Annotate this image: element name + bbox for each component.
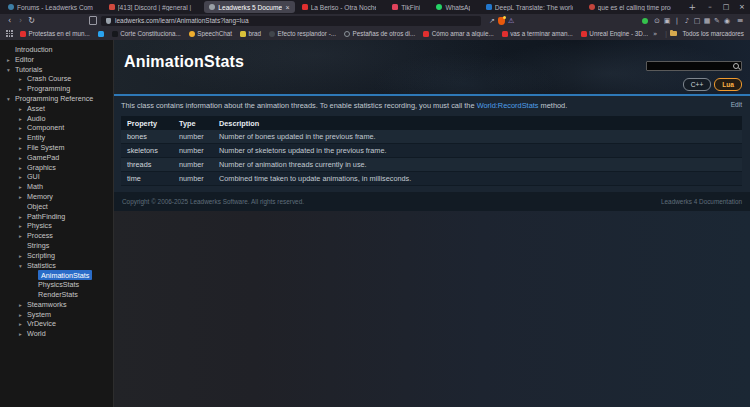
toolbar-extension-icon[interactable]: ◉ <box>722 17 732 25</box>
property-cell: time <box>121 172 173 186</box>
lua-toggle-button[interactable]: Lua <box>714 78 742 91</box>
browser-tab[interactable]: Forums - Leadwerks Communi <box>3 1 102 13</box>
bookmark-page-icon[interactable] <box>89 16 97 25</box>
url-text: leadwerks.com/learn/AnimationStats?lang=… <box>115 17 249 24</box>
browser-tab[interactable]: WhatsApp <box>431 1 478 13</box>
browser-tab[interactable]: [413] Discord | #general | Lead <box>104 1 203 13</box>
sidebar-item[interactable]: ▸Crash Course <box>0 74 113 84</box>
tree-arrow-icon[interactable]: ▾ <box>19 262 27 272</box>
bookmark-item[interactable]: Unreal Engine - 3D... <box>581 30 648 37</box>
edit-link[interactable]: Edit <box>731 101 742 108</box>
tab-favicon-icon <box>392 4 398 10</box>
browser-tab[interactable]: DeepL Translate: The world's m <box>481 1 582 13</box>
recordstats-link[interactable]: World:RecordStats <box>477 101 539 110</box>
sidebar-item[interactable]: ▸Process <box>0 231 113 241</box>
tab-favicon-icon <box>109 4 115 10</box>
tree-arrow-icon[interactable]: ▸ <box>19 330 27 340</box>
sidebar-item[interactable]: ▸Entity <box>0 133 113 143</box>
browser-tab[interactable]: TikFinity <box>387 1 429 13</box>
window-controls: – □ × <box>702 0 750 14</box>
tab-close-icon[interactable]: × <box>286 4 290 11</box>
sidebar-item[interactable]: PhysicsStats <box>0 280 113 290</box>
toolbar-extension-icon[interactable]: ✎ <box>712 17 722 25</box>
sidebar-item-label: Process <box>27 231 53 240</box>
bookmark-item[interactable]: Cómo amar a alguie... <box>423 30 493 37</box>
toolbar-extension-icon[interactable]: ▦ <box>702 17 712 25</box>
bookmark-item[interactable]: Corte Constituciona... <box>112 30 181 37</box>
sidebar-item[interactable]: Strings <box>0 241 113 251</box>
sidebar-item[interactable]: ▸Graphics <box>0 163 113 173</box>
bookmarks-overflow-chevron[interactable]: » <box>648 30 662 38</box>
tree-arrow-icon[interactable]: ▾ <box>7 66 15 76</box>
sidebar-item-label: PathFinding <box>27 212 65 221</box>
warning-extension-icon[interactable]: ⚠ <box>508 17 514 25</box>
bookmark-favicon-icon <box>581 31 587 37</box>
sidebar-item[interactable]: ▸Math <box>0 182 113 192</box>
description-cell: Number of skeletons updated in the previ… <box>213 144 742 158</box>
sidebar-item[interactable]: ▸Scripting <box>0 251 113 261</box>
toolbar-extension-icon[interactable]: □ <box>692 17 702 25</box>
sidebar-item[interactable]: ▾Statistics <box>0 261 113 271</box>
new-tab-button[interactable]: + <box>682 2 702 12</box>
back-button[interactable]: ‹ <box>4 14 15 27</box>
sidebar-item[interactable]: ▾Programming Reference <box>0 94 113 104</box>
sidebar-item[interactable]: ▸PathFinding <box>0 212 113 222</box>
sidebar-item[interactable]: ▸Memory <box>0 192 113 202</box>
reload-button[interactable]: ↻ <box>26 14 37 27</box>
sidebar-item[interactable]: ▸Steamworks <box>0 300 113 310</box>
sidebar-item[interactable]: ▸Physics <box>0 221 113 231</box>
search-icon[interactable] <box>733 63 739 69</box>
url-bar[interactable]: leadwerks.com/learn/AnimationStats?lang=… <box>101 16 481 26</box>
sidebar-item[interactable]: AnimationStats <box>0 270 113 280</box>
sidebar-item[interactable]: RenderStats <box>0 290 113 300</box>
forward-button[interactable]: › <box>15 14 26 27</box>
bookmark-item[interactable]: SpeechChat <box>189 30 232 37</box>
browser-tab[interactable]: La Beriso - Otra Noche Má <box>297 1 386 13</box>
sidebar-item[interactable]: Introduction <box>0 45 113 55</box>
tree-arrow-icon[interactable]: ▾ <box>7 95 15 105</box>
sidebar-item[interactable]: ▸GUI <box>0 172 113 182</box>
toolbar-extension-icon[interactable]: ⊙ <box>652 17 662 25</box>
bookmark-item[interactable] <box>98 31 104 37</box>
sidebar-item[interactable]: ▸Editor <box>0 55 113 65</box>
bookmark-item[interactable]: brad <box>240 30 261 37</box>
sidebar-item[interactable]: ▸Asset <box>0 104 113 114</box>
tab-favicon-icon <box>8 4 14 10</box>
sidebar-item[interactable]: ▸Programming <box>0 84 113 94</box>
tracking-shield-icon[interactable] <box>106 18 111 24</box>
sidebar-item[interactable]: ▸World <box>0 329 113 339</box>
profile-status-icon[interactable] <box>642 18 648 24</box>
shield-extension-icon[interactable] <box>498 17 505 25</box>
browser-tab[interactable]: Leadwerks 5 Documentati × <box>204 1 294 13</box>
bookmark-favicon-icon <box>98 31 104 37</box>
sidebar-item-label: AnimationStats <box>38 270 92 280</box>
minimize-button[interactable]: – <box>702 0 718 14</box>
toolbar-extension-icon[interactable]: ▣ <box>662 17 672 25</box>
sidebar-item[interactable]: ▸System <box>0 310 113 320</box>
cpp-toggle-button[interactable]: C++ <box>683 78 711 91</box>
bookmark-item[interactable]: Pestañas de otros di... <box>344 30 415 37</box>
sidebar-item[interactable]: ▸VrDevice <box>0 319 113 329</box>
search-input[interactable] <box>646 61 742 71</box>
sidebar-item[interactable]: Object <box>0 202 113 212</box>
menu-icon[interactable]: ≡ <box>734 16 746 25</box>
toolbar-extension-icon[interactable]: ♪ <box>682 17 692 25</box>
all-bookmarks-folder[interactable]: Todos los marcadores <box>670 30 744 37</box>
browser-tab[interactable]: que es el calling time program <box>584 1 681 13</box>
close-window-button[interactable]: × <box>734 0 750 14</box>
bookmarks-bar: Protestas en el mun... Corte Constitucio… <box>0 27 750 41</box>
sidebar-item[interactable]: ▸Audio <box>0 114 113 124</box>
bookmark-item[interactable]: Protestas en el mun... <box>20 30 90 37</box>
tab-favicon-icon <box>436 4 442 10</box>
bookmark-item[interactable]: Efecto resplandor -... <box>269 30 336 37</box>
toolbar-extension-icon[interactable]: | <box>672 17 682 25</box>
language-toggle: C++ Lua <box>683 78 742 91</box>
apps-grid-icon[interactable] <box>6 30 13 37</box>
sidebar-item[interactable]: ▾Tutorials <box>0 65 113 75</box>
sidebar-item[interactable]: ▸Component <box>0 123 113 133</box>
sidebar-item[interactable]: ▸File System <box>0 143 113 153</box>
maximize-button[interactable]: □ <box>718 0 734 14</box>
bookmark-item[interactable]: vas a terminar aman... <box>502 30 573 37</box>
sidebar-item[interactable]: ▸GamePad <box>0 153 113 163</box>
share-icon[interactable]: ↗ <box>489 17 495 25</box>
